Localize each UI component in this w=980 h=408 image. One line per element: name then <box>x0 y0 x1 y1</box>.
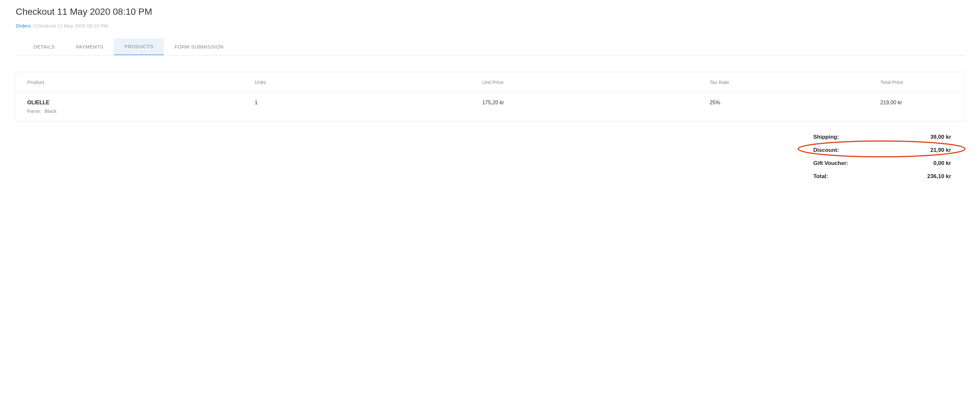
summary-shipping-label: Shipping: <box>813 134 839 140</box>
product-attribute: Farve: Black <box>27 108 238 114</box>
summary-discount-row: Discount: 21,90 kr <box>813 144 951 157</box>
cell-tax-rate: 25% <box>698 92 869 121</box>
breadcrumb-orders-link[interactable]: Orders <box>16 23 31 29</box>
table-row: OLIELLE Farve: Black 1 175,20 kr 25% 219… <box>16 92 964 121</box>
breadcrumb-current: Checkout 11 May 2020 08:10 PM <box>35 23 108 29</box>
order-summary: Shipping: 39,00 kr Discount: 21,90 kr Gi… <box>813 130 951 183</box>
tab-products[interactable]: PRODUCTS <box>114 38 164 55</box>
breadcrumb-separator: / <box>33 23 34 29</box>
col-header-unit-price: Unit Price <box>471 72 698 92</box>
page-title: Checkout 11 May 2020 08:10 PM <box>16 6 964 17</box>
cell-units: 1 <box>243 92 471 121</box>
tabs: DETAILS PAYMENTS PRODUCTS FORM SUBMISSIO… <box>16 38 964 56</box>
summary-total-value: 236,10 kr <box>927 173 951 180</box>
summary-gift-voucher-value: 0,00 kr <box>933 160 951 167</box>
tab-payments[interactable]: PAYMENTS <box>65 38 114 55</box>
col-header-units: Units <box>243 72 471 92</box>
breadcrumb: Orders /Checkout 11 May 2020 08:10 PM <box>16 23 964 29</box>
cell-total-price: 219,00 kr <box>869 92 964 121</box>
product-name: OLIELLE <box>27 100 238 106</box>
col-header-total-price: Total Price <box>869 72 964 92</box>
summary-discount-value: 21,90 kr <box>931 147 951 154</box>
product-attr-value: Black <box>45 108 57 114</box>
summary-total-row: Total: 236,10 kr <box>813 170 951 183</box>
tab-form-submission[interactable]: FORM SUBMISSION <box>164 38 234 55</box>
tab-details[interactable]: DETAILS <box>23 38 65 55</box>
cell-unit-price: 175,20 kr <box>471 92 698 121</box>
summary-discount-label: Discount: <box>813 147 839 154</box>
products-card: Product Units Unit Price Tax Rate Total … <box>16 72 964 121</box>
col-header-tax-rate: Tax Rate <box>698 72 869 92</box>
product-attr-label: Farve: <box>27 108 41 114</box>
summary-shipping-row: Shipping: 39,00 kr <box>813 130 951 144</box>
col-header-product: Product <box>16 72 243 92</box>
summary-gift-voucher-label: Gift Voucher: <box>813 160 848 167</box>
summary-total-label: Total: <box>813 173 828 180</box>
summary-shipping-value: 39,00 kr <box>931 134 951 140</box>
products-table: Product Units Unit Price Tax Rate Total … <box>16 72 964 121</box>
summary-gift-voucher-row: Gift Voucher: 0,00 kr <box>813 157 951 170</box>
